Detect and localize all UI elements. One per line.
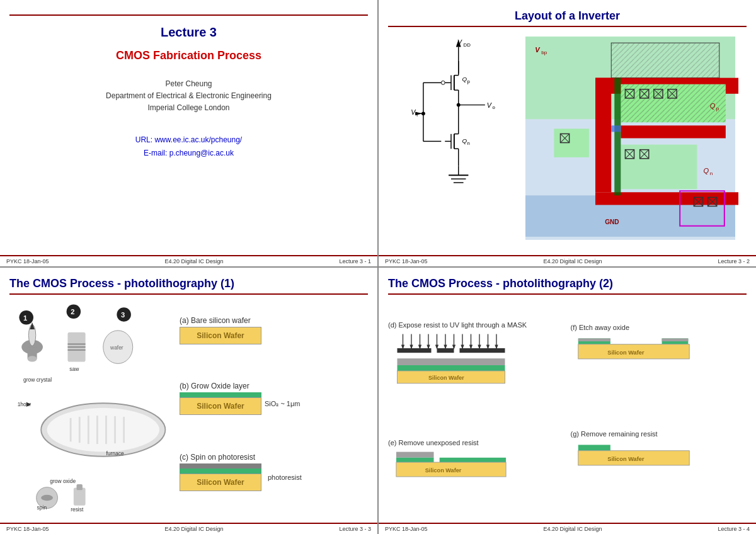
svg-text:spin: spin: [37, 504, 47, 511]
svg-text:grow oxide: grow oxide: [50, 478, 76, 484]
slide2-title: Layout of a Inverter: [388, 9, 747, 23]
url-link: URL: www.ee.ic.ac.uk/pcheung/: [9, 134, 368, 147]
svg-text:bp: bp: [541, 50, 547, 55]
svg-text:furnace: furnace: [106, 450, 123, 457]
layout-diagram: V bp: [514, 33, 747, 243]
slide-2: Layout of a Inverter V DD: [379, 0, 756, 266]
slide1-footer: PYKC 18-Jan-05 E4.20 Digital IC Design L…: [0, 255, 377, 266]
svg-text:wafer: wafer: [110, 344, 123, 351]
svg-text:Silicon Wafer: Silicon Wafer: [607, 456, 644, 462]
svg-point-26: [421, 111, 425, 115]
process-illustration-svg: 1 2 3: [9, 300, 173, 513]
svg-rect-130: [77, 484, 83, 490]
svg-rect-170: [662, 338, 688, 341]
step-c-label: (c) Spin on photoresist: [180, 453, 368, 462]
svg-rect-173: [578, 445, 610, 450]
slide4-footer: PYKC 18-Jan-05 E4.20 Digital IC Design L…: [379, 523, 756, 534]
svg-rect-158: [460, 348, 505, 353]
svg-text:2: 2: [71, 308, 74, 315]
slide2-footer: PYKC 18-Jan-05 E4.20 Digital IC Design L…: [379, 255, 756, 266]
step-g-label: (g) Remove remaining resist: [571, 430, 747, 438]
footer-left: PYKC 18-Jan-05: [385, 526, 428, 532]
svg-text:saw: saw: [69, 366, 79, 372]
slide1-author: Peter Cheung Department of Electrical & …: [9, 78, 368, 115]
svg-text:resist: resist: [71, 506, 84, 513]
footer-left: PYKC 18-Jan-05: [6, 258, 49, 264]
svg-text:Q: Q: [704, 167, 709, 174]
svg-point-11: [441, 81, 445, 84]
author-name: Peter Cheung: [9, 78, 368, 90]
step-a-wafer: Silicon Wafer: [180, 327, 261, 344]
svg-rect-68: [554, 128, 588, 157]
svg-text:Silicon Wafer: Silicon Wafer: [425, 467, 462, 473]
slide4-right-col: (f) Etch away oxide Silicon Wafer: [571, 300, 747, 513]
circuit-schematic: V DD: [388, 33, 514, 243]
footer-left: PYKC 18-Jan-05: [6, 526, 49, 532]
step-c-wafer: Silicon Wafer: [180, 474, 261, 491]
slide-1: Lecture 3 CMOS Fabrication Process Peter…: [0, 0, 377, 266]
slide1-title: Lecture 3: [9, 25, 368, 40]
svg-rect-159: [398, 358, 505, 365]
slide1-subtitle: CMOS Fabrication Process: [9, 49, 368, 62]
svg-point-40: [457, 103, 461, 107]
svg-text:p: p: [716, 106, 719, 111]
slide2-divider: [388, 26, 747, 27]
footer-right: Lecture 3 - 4: [718, 526, 750, 532]
svg-rect-162: [396, 452, 434, 457]
inverter-diagram: V DD: [388, 33, 747, 243]
svg-text:Q: Q: [462, 76, 467, 82]
step-g-svg: Silicon Wafer: [571, 440, 697, 481]
svg-point-101: [28, 356, 37, 361]
slide3-footer: PYKC 18-Jan-05 E4.20 Digital IC Design L…: [0, 523, 377, 534]
svg-text:o: o: [493, 105, 496, 110]
author-college: Imperial College London: [9, 102, 368, 114]
svg-text:Q: Q: [462, 137, 467, 144]
step-c-annotation: photoresist: [268, 474, 302, 481]
footer-center: E4.20 Digital IC Design: [164, 526, 223, 532]
step-b-label: (b) Grow Oxide layer: [180, 382, 368, 390]
svg-rect-49: [595, 78, 611, 193]
footer-right: Lecture 3 - 2: [718, 258, 750, 264]
footer-right: Lecture 3 - 1: [339, 258, 371, 264]
slide3-illustration: 1 2 3: [9, 300, 173, 513]
svg-text:Silicon Wafer: Silicon Wafer: [607, 349, 644, 356]
step-b-wafer: Silicon Wafer: [180, 397, 261, 415]
footer-right: Lecture 3 - 3: [339, 526, 371, 532]
slide3-title: The CMOS Process - photolithography (1): [9, 277, 368, 290]
slide4-content: (d) Expose resist to UV light through a …: [388, 300, 747, 513]
svg-text:grow crystal: grow crystal: [23, 377, 52, 383]
svg-text:Q: Q: [710, 102, 716, 110]
step-f-svg: Silicon Wafer: [571, 334, 697, 375]
svg-point-127: [41, 495, 53, 501]
slide3-divider: [9, 293, 368, 295]
layout-svg: V bp: [514, 33, 747, 243]
svg-rect-129: [74, 488, 86, 506]
step-a: (a) Bare silicon wafer Silicon Wafer: [180, 316, 368, 344]
svg-text:DD: DD: [464, 42, 471, 48]
slide4-title: The CMOS Process - photolithography (2): [388, 277, 747, 290]
svg-rect-164: [440, 458, 506, 462]
step-e-label: (e) Remove unexposed resist: [388, 439, 564, 446]
svg-text:n: n: [710, 171, 713, 176]
step-d: (d) Expose resist to UV light through a …: [388, 321, 564, 390]
svg-point-116: [47, 408, 159, 452]
step-b: (b) Grow Oxide layer Silicon Wafer SiO₂ …: [180, 382, 368, 415]
step-a-label: (a) Bare silicon wafer: [180, 316, 368, 325]
svg-text:V: V: [487, 101, 493, 109]
slide-3: The CMOS Process - photolithography (1) …: [0, 268, 377, 534]
svg-rect-156: [398, 348, 432, 353]
step-g: (g) Remove remaining resist Silicon Wafe…: [571, 430, 747, 484]
slide3-steps: (a) Bare silicon wafer Silicon Wafer (b)…: [173, 300, 368, 513]
svg-text:GND: GND: [605, 219, 619, 225]
step-b-annotation: SiO₂ ~ 1μm: [265, 400, 301, 408]
step-f: (f) Etch away oxide Silicon Wafer: [571, 324, 747, 377]
step-e: (e) Remove unexposed resist Silicon Wafe…: [388, 439, 564, 486]
step-d-label: (d) Expose resist to UV light through a …: [388, 321, 564, 329]
svg-rect-168: [578, 338, 610, 341]
svg-rect-91: [611, 125, 621, 132]
svg-text:n: n: [467, 140, 469, 146]
svg-rect-47: [611, 43, 719, 77]
author-dept: Department of Electrical & Electronic En…: [9, 90, 368, 102]
svg-text:p: p: [467, 79, 470, 84]
footer-center: E4.20 Digital IC Design: [164, 258, 223, 264]
